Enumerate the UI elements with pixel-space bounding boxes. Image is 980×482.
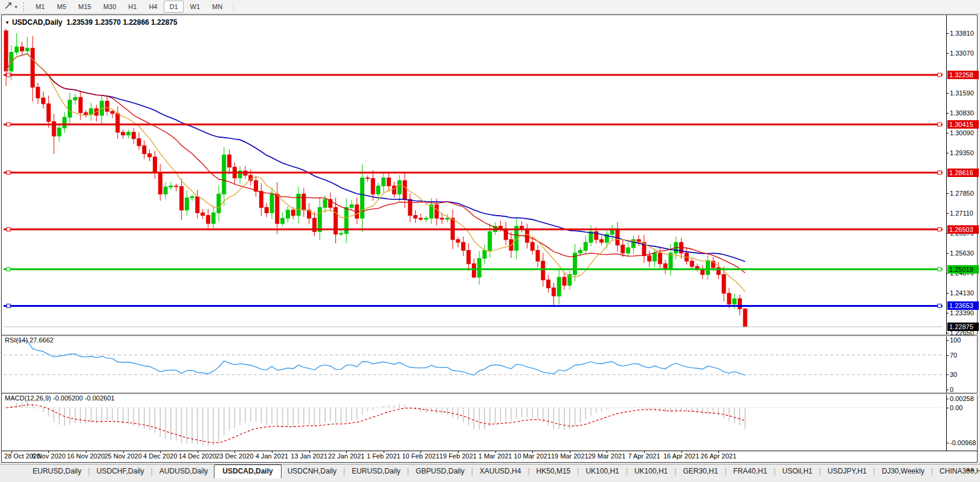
symbol-tab-eurusd-daily[interactable]: EURUSD,Daily [27, 464, 88, 477]
chart-title-symbol: USDCAD,Daily [12, 18, 62, 27]
line-anchor-marker[interactable] [7, 304, 10, 307]
macd-panel-svg[interactable] [4, 394, 943, 450]
date-axis-tick [272, 451, 272, 453]
chart-title-quotes: 1.23539 1.23570 1.22866 1.22875 [66, 18, 178, 27]
line-anchor-marker[interactable] [938, 73, 941, 77]
symbol-tab-usdcad-daily[interactable]: USDCAD,Daily [214, 464, 281, 478]
date-axis-label: 16 Nov 2020 [65, 452, 107, 460]
timeframe-button-m15[interactable]: M15 [73, 1, 97, 13]
symbol-tab-usoil-h1[interactable]: USOil,H1 [776, 464, 819, 477]
line-anchor-marker[interactable] [7, 171, 10, 175]
line-anchor-marker[interactable] [7, 73, 10, 77]
rsi-panel-svg[interactable] [4, 336, 943, 392]
rsi-axis-tick [946, 390, 949, 390]
rsi-axis-tick [946, 374, 949, 375]
line-anchor-marker[interactable] [938, 268, 941, 271]
candles-group [4, 28, 747, 327]
symbol-tab-ger30-h1[interactable]: GER30,H1 [677, 464, 724, 477]
rsi-axis-tick [946, 340, 949, 341]
timeframe-button-mn[interactable]: MN [207, 1, 228, 13]
price-axis-tick [946, 313, 949, 313]
date-axis-tick [346, 451, 347, 453]
symbol-dropdown-icon[interactable]: ▼ [5, 20, 10, 25]
symbol-tab-fra40-h1[interactable]: FRA40,H1 [727, 464, 773, 477]
cursor-tool-button[interactable]: ▼ [4, 1, 18, 13]
macd-axis-label: 0.00258 [950, 394, 974, 403]
price-tag-1.25019: 1.25019 [947, 265, 979, 274]
toolbar-separator [233, 2, 234, 11]
price-axis-tick [946, 333, 949, 333]
macd-axis-tick [946, 399, 949, 399]
date-axis-label: 25 Nov 2020 [102, 452, 144, 460]
timeframe-button-m1[interactable]: M1 [30, 1, 50, 13]
symbol-tab-xauusd-h4[interactable]: XAUUSD,H4 [474, 464, 527, 477]
symbol-tab-gbpusd-daily[interactable]: GBPUSD,Daily [410, 464, 471, 477]
tab-scroll-right-icon[interactable]: ▸ [972, 466, 977, 473]
line-anchor-marker[interactable] [7, 268, 10, 271]
date-axis-tick [309, 451, 310, 453]
price-axis-tick [946, 93, 949, 94]
line-anchor-marker[interactable] [938, 228, 941, 231]
price-axis-label: 1.33810 [950, 29, 974, 37]
timeframe-toolbar: ▼ M1M5M15M30H1H4D1W1MN [0, 0, 980, 14]
rsi-line [17, 340, 746, 375]
date-axis-label: 26 Apr 2021 [697, 452, 740, 460]
timeframe-button-h4[interactable]: H4 [143, 1, 163, 13]
ma-slow-line[interactable] [6, 54, 745, 262]
date-axis-label: 1 Feb 2021 [363, 452, 405, 460]
symbol-tab-uk100-h1[interactable]: UK100,H1 [628, 464, 674, 477]
macd-signal-line [6, 405, 745, 443]
symbol-tab-dj30-weekly[interactable]: DJ30,Weekly [875, 464, 930, 477]
chevron-down-icon[interactable]: ▼ [14, 5, 18, 9]
symbol-tab-audusd-daily[interactable]: AUDUSD,Daily [153, 464, 214, 477]
date-axis-label: 4 Dec 2020 [139, 452, 181, 460]
date-axis-label: 23 Dec 2020 [213, 452, 256, 460]
macd-axis-tick [946, 408, 949, 408]
current-price-tag: 1.22875 [947, 323, 979, 331]
tab-scroll-left-icon[interactable]: ◂ [966, 466, 972, 473]
timeframe-button-w1[interactable]: W1 [185, 1, 206, 13]
price-axis-tick [946, 213, 949, 214]
date-axis-tick [384, 451, 384, 453]
date-axis-tick [607, 451, 607, 453]
date-axis-tick [458, 451, 459, 453]
date-axis-tick [48, 451, 49, 453]
price-axis-tick [946, 293, 949, 294]
symbol-tab-hk50-m15[interactable]: HK50,M15 [530, 464, 577, 477]
date-axis-label: 19 Mar 2021 [549, 452, 591, 460]
price-axis-label: 1.24130 [950, 289, 974, 297]
crosshair-tool-icon [4, 1, 13, 13]
chart-title: ▼USDCAD,Daily 1.23539 1.23570 1.22866 1.… [5, 18, 177, 27]
date-axis-tick [682, 451, 682, 453]
timeframe-button-m30[interactable]: M30 [98, 1, 121, 13]
date-axis-label: 14 Dec 2020 [176, 452, 219, 460]
macd-axis-label: -0.00968 [950, 439, 976, 447]
line-anchor-marker[interactable] [938, 304, 941, 307]
timeframe-button-m5[interactable]: M5 [51, 1, 71, 13]
date-axis-tick [718, 451, 719, 453]
line-anchor-marker[interactable] [7, 228, 10, 231]
date-axis-tick [532, 451, 533, 453]
price-axis-label: 1.27110 [950, 209, 973, 217]
timeframe-button-h1[interactable]: H1 [123, 1, 142, 13]
date-axis-tick [644, 451, 645, 453]
line-anchor-marker[interactable] [938, 171, 941, 175]
macd-axis-label: 0.00 [950, 403, 962, 412]
date-axis-tick [570, 451, 570, 453]
date-axis-label: 7 Apr 2021 [623, 452, 665, 460]
symbol-tab-usdjpy-h1[interactable]: USDJPY,H1 [822, 464, 872, 477]
main-chart-svg[interactable] [4, 16, 943, 334]
symbol-tab-eurusd-daily[interactable]: EURUSD,Daily [346, 464, 407, 477]
date-axis-label: 6 Nov 2020 [27, 452, 69, 460]
line-anchor-marker[interactable] [7, 123, 10, 126]
line-anchor-marker[interactable] [938, 123, 941, 126]
symbol-tab-usdcnh-daily[interactable]: USDCNH,Daily [282, 464, 343, 477]
symbol-tab-usdchf-daily[interactable]: USDCHF,Daily [91, 464, 150, 477]
rsi-axis-label: 70 [950, 351, 957, 359]
symbol-tab-uk100-h1[interactable]: UK100,H1 [579, 464, 625, 477]
tab-scroll-arrows: ◂▸ [966, 466, 977, 473]
price-axis-tick [946, 153, 949, 153]
date-axis-tick [86, 451, 86, 453]
date-axis-label: 16 Apr 2021 [660, 452, 703, 460]
timeframe-button-d1[interactable]: D1 [164, 1, 183, 13]
